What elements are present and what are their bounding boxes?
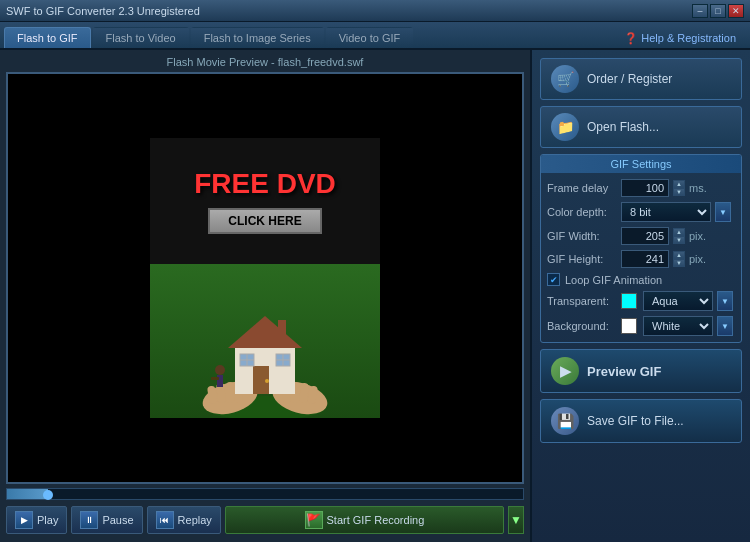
replay-button[interactable]: ⏮ Replay	[147, 506, 221, 534]
gif-settings-panel: GIF Settings Frame delay ▲ ▼ ms. Color d…	[540, 154, 742, 343]
frame-delay-down[interactable]: ▼	[673, 188, 685, 196]
preview-gif-label: Preview GIF	[587, 364, 661, 379]
save-gif-label: Save GIF to File...	[587, 414, 684, 428]
transparent-dropdown-icon[interactable]: ▼	[717, 291, 733, 311]
record-icon: 🚩	[305, 511, 323, 529]
record-dropdown-arrow[interactable]: ▼	[508, 506, 524, 534]
gif-width-unit: pix.	[689, 230, 706, 242]
order-register-label: Order / Register	[587, 72, 672, 86]
preview-gif-button[interactable]: ▶ Preview GIF	[540, 349, 742, 393]
gif-height-label: GIF Height:	[547, 253, 617, 265]
start-gif-recording-button[interactable]: 🚩 Start GIF Recording	[225, 506, 504, 534]
gif-height-spinner: ▲ ▼	[673, 251, 685, 267]
gif-width-spinner: ▲ ▼	[673, 228, 685, 244]
flash-content: FREE DVD CLICK HERE	[150, 138, 380, 418]
help-registration-button[interactable]: ❓ Help & Registration	[614, 29, 746, 48]
save-gif-button[interactable]: 💾 Save GIF to File...	[540, 399, 742, 443]
pause-button[interactable]: ⏸ Pause	[71, 506, 142, 534]
color-depth-row: Color depth: 8 bit 4 bit 2 bit 1 bit ▼	[547, 202, 735, 222]
close-button[interactable]: ✕	[728, 4, 744, 18]
frame-delay-label: Frame delay	[547, 182, 617, 194]
open-flash-icon: 📁	[551, 113, 579, 141]
tab-flash-to-gif[interactable]: Flash to GIF	[4, 27, 91, 48]
open-flash-button[interactable]: 📁 Open Flash...	[540, 106, 742, 148]
transparent-row: Transparent: Aqua None White Black ▼	[547, 291, 735, 311]
loop-animation-checkbox[interactable]: ✔	[547, 273, 560, 286]
transparent-color-swatch	[621, 293, 637, 309]
svg-rect-24	[211, 377, 219, 380]
left-panel: Flash Movie Preview - flash_freedvd.swf …	[0, 50, 530, 542]
gif-width-label: GIF Width:	[547, 230, 617, 242]
loop-animation-label: Loop GIF Animation	[565, 274, 662, 286]
gif-height-input[interactable]	[621, 250, 669, 268]
tab-flash-to-image-series[interactable]: Flash to Image Series	[191, 27, 324, 48]
gif-settings-title: GIF Settings	[541, 155, 741, 173]
record-label: Start GIF Recording	[327, 514, 425, 526]
gif-height-down[interactable]: ▼	[673, 259, 685, 267]
color-depth-dropdown-icon[interactable]: ▼	[715, 202, 731, 222]
window-title: SWF to GIF Converter 2.3 Unregistered	[6, 5, 200, 17]
tab-flash-to-video[interactable]: Flash to Video	[93, 27, 189, 48]
pause-icon: ⏸	[80, 511, 98, 529]
replay-label: Replay	[178, 514, 212, 526]
flash-preview-area: FREE DVD CLICK HERE	[6, 72, 524, 484]
background-dropdown-icon[interactable]: ▼	[717, 316, 733, 336]
transparent-color-select[interactable]: Aqua None White Black	[643, 291, 713, 311]
preview-title: Flash Movie Preview - flash_freedvd.swf	[6, 56, 524, 68]
gif-width-up[interactable]: ▲	[673, 228, 685, 236]
svg-rect-13	[278, 320, 286, 338]
svg-point-15	[265, 379, 269, 383]
color-depth-select[interactable]: 8 bit 4 bit 2 bit 1 bit	[621, 202, 711, 222]
background-label: Background:	[547, 320, 617, 332]
frame-delay-spinner: ▲ ▼	[673, 180, 685, 196]
progress-bar[interactable]	[6, 488, 524, 500]
flash-bottom-area	[150, 264, 380, 418]
house-svg	[200, 278, 330, 418]
save-gif-icon: 💾	[551, 407, 579, 435]
svg-rect-23	[217, 375, 223, 387]
progress-bar-fill	[7, 489, 48, 499]
svg-marker-12	[228, 316, 302, 348]
minimize-button[interactable]: –	[692, 4, 708, 18]
open-flash-label: Open Flash...	[587, 120, 659, 134]
play-label: Play	[37, 514, 58, 526]
gif-height-row: GIF Height: ▲ ▼ pix.	[547, 250, 735, 268]
background-color-swatch	[621, 318, 637, 334]
frame-delay-unit: ms.	[689, 182, 707, 194]
flash-top-area: FREE DVD CLICK HERE	[150, 138, 380, 264]
window-controls: – □ ✕	[692, 4, 744, 18]
transparent-label: Transparent:	[547, 295, 617, 307]
play-icon: ▶	[15, 511, 33, 529]
preview-gif-icon: ▶	[551, 357, 579, 385]
order-register-button[interactable]: 🛒 Order / Register	[540, 58, 742, 100]
tab-video-to-gif[interactable]: Video to GIF	[326, 27, 414, 48]
gif-width-down[interactable]: ▼	[673, 236, 685, 244]
playback-controls: ▶ Play ⏸ Pause ⏮ Replay 🚩 Start GIF Reco…	[6, 504, 524, 536]
flash-click-here-button[interactable]: CLICK HERE	[208, 208, 321, 234]
gif-height-unit: pix.	[689, 253, 706, 265]
gif-width-input[interactable]	[621, 227, 669, 245]
color-depth-label: Color depth:	[547, 206, 617, 218]
background-color-select[interactable]: White Black Aqua None	[643, 316, 713, 336]
background-row: Background: White Black Aqua None ▼	[547, 316, 735, 336]
gif-width-row: GIF Width: ▲ ▼ pix.	[547, 227, 735, 245]
flash-title: FREE DVD	[194, 168, 336, 200]
frame-delay-input[interactable]	[621, 179, 669, 197]
order-register-icon: 🛒	[551, 65, 579, 93]
maximize-button[interactable]: □	[710, 4, 726, 18]
svg-point-22	[215, 365, 225, 375]
loop-animation-row: ✔ Loop GIF Animation	[547, 273, 735, 286]
frame-delay-row: Frame delay ▲ ▼ ms.	[547, 179, 735, 197]
play-button[interactable]: ▶ Play	[6, 506, 67, 534]
pause-label: Pause	[102, 514, 133, 526]
replay-icon: ⏮	[156, 511, 174, 529]
progress-indicator	[43, 490, 53, 500]
frame-delay-up[interactable]: ▲	[673, 180, 685, 188]
main-area: Flash Movie Preview - flash_freedvd.swf …	[0, 50, 750, 542]
tab-bar: Flash to GIF Flash to Video Flash to Ima…	[0, 22, 750, 50]
house-image-area	[150, 264, 380, 418]
gif-height-up[interactable]: ▲	[673, 251, 685, 259]
title-bar: SWF to GIF Converter 2.3 Unregistered – …	[0, 0, 750, 22]
right-panel: 🛒 Order / Register 📁 Open Flash... GIF S…	[530, 50, 750, 542]
svg-rect-5	[226, 382, 234, 403]
